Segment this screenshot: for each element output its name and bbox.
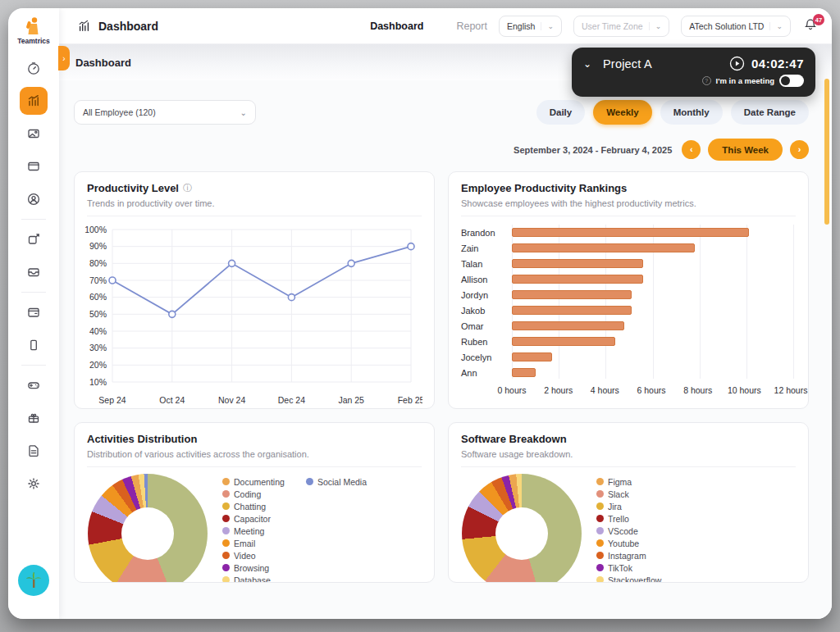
svg-text:80%: 80%: [89, 258, 107, 268]
svg-text:20%: 20%: [89, 360, 107, 370]
legend-item-jira[interactable]: Jira: [596, 500, 661, 512]
info-icon[interactable]: ⓘ: [183, 182, 192, 194]
scrollbar-thumb[interactable]: [824, 79, 829, 225]
bar[interactable]: [512, 259, 643, 268]
legend-item-tiktok[interactable]: TikTok: [596, 562, 661, 574]
user-avatar[interactable]: [18, 565, 49, 596]
legend-dot: [596, 552, 604, 559]
bar[interactable]: [512, 368, 536, 377]
topbar-right: Dashboard Report English ⌄ User Time Zon…: [370, 16, 817, 37]
bar-row: Jakob: [461, 302, 793, 318]
bar[interactable]: [512, 352, 552, 361]
svg-text:50%: 50%: [89, 309, 107, 319]
sidebar-item-share-export[interactable]: [20, 225, 48, 253]
sidebar-item-screenshots[interactable]: [20, 120, 48, 148]
bar[interactable]: [512, 337, 615, 346]
notifications-button[interactable]: 47: [804, 17, 817, 34]
legend-label: Database: [234, 575, 271, 584]
svg-text:Dec 24: Dec 24: [278, 395, 305, 405]
meeting-toggle[interactable]: [779, 75, 804, 87]
legend-item-vscode[interactable]: VScode: [596, 525, 661, 537]
bar-label: Allison: [461, 275, 512, 284]
legend-item-meeting[interactable]: Meeting: [222, 525, 285, 537]
period-button-date-range[interactable]: Date Range: [731, 100, 809, 125]
sidebar-item-settings-gear[interactable]: [20, 470, 48, 498]
legend-dot: [596, 490, 604, 498]
period-button-monthly[interactable]: Monthly: [660, 100, 723, 125]
next-week-button[interactable]: ›: [790, 140, 809, 159]
legend-item-social-media[interactable]: Social Media: [306, 475, 367, 488]
nav-report[interactable]: Report: [456, 20, 487, 32]
bar[interactable]: [512, 228, 749, 237]
sidebar-expand-tab[interactable]: ›: [58, 46, 70, 70]
legend-item-capacitor[interactable]: Capacitor: [222, 512, 285, 525]
bar[interactable]: [512, 306, 632, 315]
legend-item-coding[interactable]: Coding: [222, 488, 285, 500]
legend-dot: [596, 515, 604, 522]
sidebar-item-reports-file[interactable]: [20, 437, 48, 465]
nav-dashboard[interactable]: Dashboard: [370, 20, 423, 32]
legend-dot: [222, 539, 230, 547]
period-button-daily[interactable]: Daily: [536, 100, 586, 125]
legend-dot: [222, 552, 230, 559]
bar[interactable]: [512, 275, 643, 284]
legend-label: Youtube: [608, 539, 639, 548]
svg-text:Jan 25: Jan 25: [338, 395, 364, 405]
sidebar-item-mobile-device[interactable]: [20, 331, 48, 359]
sidebar-divider: [21, 292, 46, 293]
legend-item-email[interactable]: Email: [222, 537, 285, 549]
chevron-down-icon[interactable]: ⌄: [583, 58, 603, 70]
legend-dot: [222, 576, 230, 583]
calendar-wallet-icon: [26, 305, 41, 320]
employee-select[interactable]: All Employee (120) ⌄: [74, 100, 256, 125]
legend-item-chatting[interactable]: Chatting: [222, 500, 285, 512]
legend-item-trello[interactable]: Trello: [596, 512, 661, 525]
bar-x-axis: 0 hours2 hours4 hours6 hours8 hours10 ho…: [512, 380, 791, 398]
legend-item-figma[interactable]: Figma: [596, 475, 661, 488]
legend-item-slack[interactable]: Slack: [596, 488, 661, 500]
bar-label: Zain: [461, 243, 512, 253]
prev-week-button[interactable]: ‹: [682, 140, 701, 159]
productivity-line-chart: 100%90%80%70%60%50%40%30%20%10%Sep 24Oct…: [75, 216, 434, 409]
legend-item-documenting[interactable]: Documenting: [222, 475, 285, 488]
timezone-select[interactable]: User Time Zone ⌄: [573, 16, 669, 37]
language-select[interactable]: English ⌄: [499, 16, 562, 37]
bar[interactable]: [512, 243, 695, 252]
productivity-level-card: Productivity Levelⓘ Trends in productivi…: [74, 171, 435, 409]
this-week-button[interactable]: This Week: [708, 139, 783, 161]
sidebar-item-games[interactable]: [20, 371, 48, 399]
legend-label: Instagram: [608, 551, 646, 561]
svg-text:Sep 24: Sep 24: [98, 395, 126, 405]
bar[interactable]: [512, 321, 624, 330]
browser-apps-icon: [26, 159, 41, 174]
x-tick-label: 4 hours: [591, 385, 619, 395]
avatar-palm-icon: [23, 570, 44, 591]
legend-label: Documenting: [234, 477, 285, 487]
period-button-weekly[interactable]: Weekly: [593, 100, 651, 125]
company-select[interactable]: ATech Solution LTD ⌄: [681, 16, 791, 37]
dashboard-icon: [26, 93, 41, 108]
sidebar-item-browser-apps[interactable]: [20, 152, 48, 180]
legend-label: Stackoverflow: [608, 575, 661, 584]
legend-item-database[interactable]: Database: [222, 574, 285, 583]
play-icon[interactable]: [729, 56, 745, 71]
project-name[interactable]: Project A: [603, 57, 652, 70]
legend-item-instagram[interactable]: Instagram: [596, 549, 661, 562]
sidebar-item-dashboard[interactable]: [20, 87, 48, 115]
bar-row: Jocelyn: [461, 349, 793, 365]
sidebar-item-inbox[interactable]: [20, 258, 48, 286]
help-icon[interactable]: ?: [702, 76, 711, 85]
legend-item-video[interactable]: Video: [222, 549, 285, 562]
app-logo[interactable]: Teamtrics: [17, 16, 50, 45]
bar[interactable]: [512, 290, 632, 299]
logo-text: Teamtrics: [17, 37, 50, 45]
sidebar-item-calendar-wallet[interactable]: [20, 298, 48, 326]
card-title: Activities Distribution: [87, 433, 197, 445]
legend-label: Meeting: [234, 526, 264, 536]
legend-item-youtube[interactable]: Youtube: [596, 537, 661, 549]
sidebar-item-timer[interactable]: [20, 54, 48, 82]
legend-item-browsing[interactable]: Browsing: [222, 562, 285, 574]
sidebar-item-user[interactable]: [20, 185, 48, 213]
sidebar-item-rewards-gift[interactable]: [20, 404, 48, 432]
legend-item-stackoverflow[interactable]: Stackoverflow: [596, 574, 661, 583]
